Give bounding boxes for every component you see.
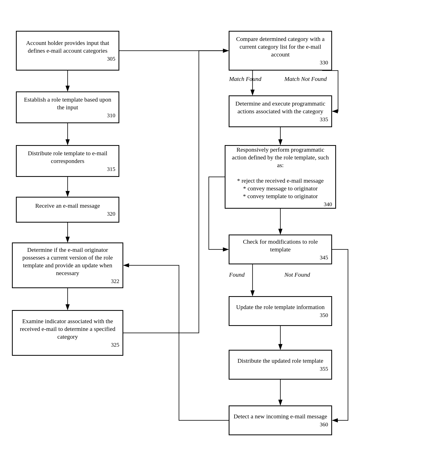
box310-text: Establish a role template based upon the… (20, 96, 115, 111)
match_not_found-label: Match Not Found (284, 75, 327, 82)
box335-text: Determine and execute programmatic actio… (233, 100, 328, 115)
box320: Receive an e-mail message320 (16, 197, 119, 223)
box335-num: 335 (320, 116, 328, 123)
box322: Determine if the e-mail originator posse… (12, 243, 123, 288)
box320-num: 320 (107, 210, 115, 217)
box335: Determine and execute programmatic actio… (229, 95, 332, 127)
box330-num: 330 (320, 59, 328, 66)
box350-text: Update the role template information (236, 303, 325, 311)
box325-text: Examine indicator associated with the re… (16, 317, 119, 340)
not_found-label: Not Found (284, 271, 310, 278)
box310-num: 310 (107, 112, 115, 119)
box340-text: Responsively perform programmatic action… (229, 146, 332, 200)
box345-num: 345 (320, 254, 328, 261)
box340: Responsively perform programmatic action… (225, 145, 336, 209)
box360: Detect a new incoming e-mail message360 (229, 405, 332, 435)
box315: Distribute role template to e-mail corre… (16, 145, 119, 177)
box340-num: 340 (324, 201, 332, 208)
box325: Examine indicator associated with the re… (12, 310, 123, 356)
box330-text: Compare determined category with a curre… (233, 35, 328, 58)
flowchart-arrows (0, 0, 448, 476)
box350: Update the role template information350 (229, 296, 332, 326)
box360-num: 360 (320, 421, 328, 428)
box330: Compare determined category with a curre… (229, 31, 332, 71)
box355-num: 355 (320, 365, 328, 373)
box345: Check for modifications to role template… (229, 234, 332, 264)
box310: Establish a role template based upon the… (16, 91, 119, 123)
box305-num: 305 (107, 55, 115, 62)
box355: Distribute the updated role template355 (229, 350, 332, 380)
box345-text: Check for modifications to role template (233, 238, 328, 253)
box305: Account holder provides input that defin… (16, 31, 119, 71)
box320-text: Receive an e-mail message (35, 202, 100, 210)
box305-text: Account holder provides input that defin… (20, 39, 115, 54)
found-label: Found (229, 271, 245, 278)
box315-num: 315 (107, 165, 115, 173)
match_found-label: Match Found (229, 75, 261, 82)
box322-text: Determine if the e-mail originator posse… (16, 246, 119, 277)
box360-text: Detect a new incoming e-mail message (234, 412, 327, 420)
box315-text: Distribute role template to e-mail corre… (20, 149, 115, 165)
box322-num: 322 (111, 278, 119, 285)
box355-text: Distribute the updated role template (237, 357, 323, 364)
box350-num: 350 (320, 312, 328, 319)
box325-num: 325 (111, 341, 119, 348)
